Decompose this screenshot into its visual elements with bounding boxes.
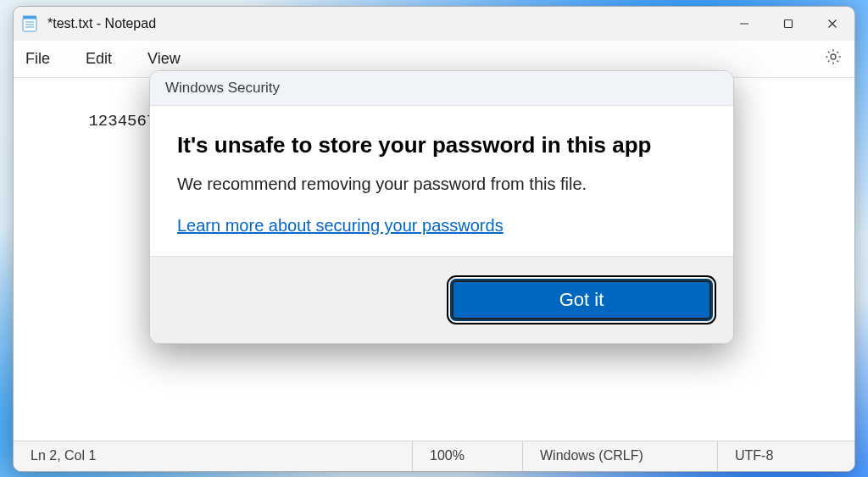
windows-security-dialog: Windows Security It's unsafe to store yo… xyxy=(149,70,734,345)
desktop-wallpaper: *test.txt - Notepad File Edit xyxy=(0,0,868,477)
svg-point-9 xyxy=(831,54,836,59)
window-title: *test.txt - Notepad xyxy=(47,16,156,31)
titlebar[interactable]: *test.txt - Notepad xyxy=(14,7,854,41)
notepad-window: *test.txt - Notepad File Edit xyxy=(13,6,855,472)
window-controls xyxy=(722,7,854,41)
maximize-button[interactable] xyxy=(766,7,810,41)
statusbar: Ln 2, Col 1 100% Windows (CRLF) UTF-8 xyxy=(14,441,854,471)
status-zoom: 100% xyxy=(412,441,522,471)
menu-view[interactable]: View xyxy=(147,50,181,68)
dialog-title: Windows Security xyxy=(150,71,733,106)
learn-more-link[interactable]: Learn more about securing your passwords xyxy=(177,216,504,236)
dialog-actions: Got it xyxy=(150,256,733,343)
status-line-endings: Windows (CRLF) xyxy=(522,441,717,471)
status-encoding: UTF-8 xyxy=(717,441,854,471)
settings-button[interactable] xyxy=(824,47,843,69)
close-button[interactable] xyxy=(810,7,854,41)
notepad-app-icon xyxy=(22,15,37,32)
menu-edit[interactable]: Edit xyxy=(86,50,112,68)
got-it-button[interactable]: Got it xyxy=(450,279,713,321)
status-cursor-position: Ln 2, Col 1 xyxy=(14,441,412,471)
dialog-body: It's unsafe to store your password in th… xyxy=(150,106,733,257)
gear-icon xyxy=(824,47,843,69)
svg-rect-6 xyxy=(785,19,793,27)
dialog-message: We recommend removing your password from… xyxy=(177,175,706,194)
svg-rect-1 xyxy=(23,15,36,19)
minimize-button[interactable] xyxy=(722,7,766,41)
menu-file[interactable]: File xyxy=(25,50,50,68)
dialog-heading: It's unsafe to store your password in th… xyxy=(177,131,706,160)
